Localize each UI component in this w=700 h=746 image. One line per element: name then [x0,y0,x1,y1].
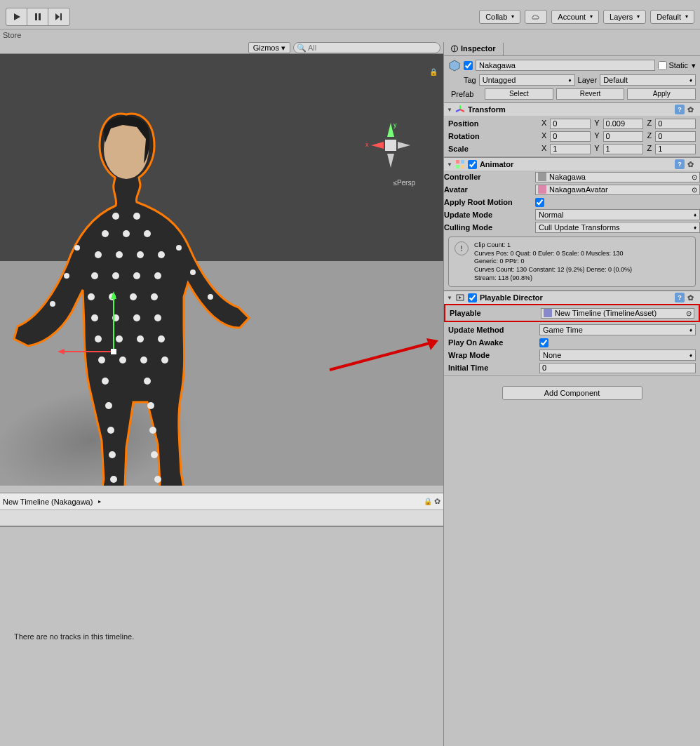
playable-director-icon [455,293,465,302]
timeline-empty-message: There are no tracks in this timeline. [0,527,443,746]
svg-point-26 [154,314,161,321]
svg-marker-54 [58,349,65,354]
scl-z-input[interactable] [655,144,696,154]
info-icon: ! [455,241,469,255]
pause-button[interactable] [27,8,48,25]
svg-marker-74 [459,296,462,299]
cloud-button[interactable] [525,10,547,24]
scale-label: Scale [448,145,539,153]
active-checkbox[interactable] [464,61,473,70]
gear-icon[interactable] [687,105,697,114]
pos-z-input[interactable] [655,119,696,129]
rot-x-input[interactable] [550,131,591,142]
step-button[interactable] [48,8,69,25]
prefab-revert-button[interactable]: Revert [556,88,625,100]
culling-mode-dropdown[interactable]: Cull Update Transforms♦ [535,222,700,233]
scene-view[interactable]: y x 🔒 ≤Persp [0,54,443,486]
static-checkbox[interactable] [658,61,667,70]
gear-icon[interactable] [434,497,440,506]
apply-root-label: Apply Root Motion [444,198,535,206]
rot-z-input[interactable] [655,131,696,142]
pos-x-input[interactable] [550,119,591,129]
layers-button[interactable]: Layers▾ [603,10,646,24]
animator-enabled-checkbox[interactable] [468,160,477,169]
svg-point-46 [64,273,69,279]
playable-highlight: PlayableNew Timeline (TimelineAsset)⊙ [444,304,700,322]
store-tab[interactable]: Store [0,29,700,42]
collab-button[interactable]: Collab▾ [479,10,520,24]
tag-dropdown[interactable]: Untagged♦ [479,74,575,86]
annotation-arrow [330,335,442,378]
svg-line-67 [460,109,464,112]
foldout-icon[interactable]: ▼ [447,161,452,168]
tag-label: Tag [464,76,476,84]
layout-button[interactable]: Default▾ [650,10,694,24]
pos-y-input[interactable] [603,119,644,129]
layout-label: Default [657,13,681,21]
object-name-input[interactable] [476,60,655,71]
svg-point-8 [102,230,109,237]
play-button[interactable] [6,8,27,25]
breadcrumb-arrow-icon: ▸ [98,498,101,505]
rot-y-input[interactable] [603,131,644,142]
update-mode-dropdown[interactable]: Normal♦ [535,209,700,220]
play-on-awake-checkbox[interactable] [539,338,548,347]
layer-dropdown[interactable]: Default♦ [600,74,696,86]
playable-director-component: ▼Playable Director PlayableNew Timeline … [444,291,700,376]
playable-enabled-checkbox[interactable] [468,293,477,302]
svg-point-11 [95,251,102,258]
foldout-icon[interactable]: ▼ [447,295,452,301]
help-icon[interactable] [675,105,685,114]
svg-point-13 [137,251,144,258]
svg-point-22 [151,293,158,300]
svg-text:x: x [365,141,369,148]
svg-marker-52 [111,291,116,299]
scl-x-input[interactable] [550,144,591,154]
help-icon[interactable] [675,293,685,302]
initial-time-input[interactable] [539,363,696,373]
animator-icon [455,159,465,169]
svg-rect-70 [461,160,464,164]
scl-y-input[interactable] [603,144,644,154]
gear-icon[interactable] [687,160,697,169]
playable-field[interactable]: New Timeline (TimelineAsset)⊙ [541,308,694,319]
inspector-tab[interactable]: Inspector [444,43,504,55]
animator-info-box: ! Clip Count: 1 Curves Pos: 0 Quat: 0 Eu… [448,237,696,287]
svg-point-30 [158,335,165,342]
orientation-gizmo[interactable]: y x [363,117,419,173]
svg-line-63 [330,342,435,370]
static-label: Static [668,61,688,69]
svg-point-48 [176,245,182,251]
svg-point-6 [112,213,119,220]
foldout-icon[interactable]: ▼ [447,107,452,113]
add-component-button[interactable]: Add Component [502,386,642,400]
scene-toolbar: Gizmos ▾ 🔍All [0,42,443,54]
search-input[interactable]: 🔍All [293,42,440,53]
svg-point-38 [147,402,154,409]
svg-point-47 [50,301,55,307]
avatar-field[interactable]: NakagawaAvatar⊙ [535,185,700,195]
move-gizmo[interactable] [58,288,142,373]
lock-icon[interactable]: 🔒 [429,68,438,76]
update-method-dropdown[interactable]: Game Time♦ [539,324,696,335]
prefab-select-button[interactable]: Select [485,88,553,100]
svg-point-40 [149,427,156,434]
gear-icon[interactable] [687,293,697,302]
controller-field[interactable]: Nakagawa⊙ [535,172,700,182]
apply-root-checkbox[interactable] [535,198,544,207]
layers-label: Layers [610,13,633,21]
prefab-apply-button[interactable]: Apply [627,88,696,100]
lock-icon[interactable]: 🔒 [424,498,432,505]
help-icon[interactable] [675,159,685,169]
gizmos-toggle[interactable]: Gizmos ▾ [248,42,290,53]
account-button[interactable]: Account▾ [551,10,599,24]
persp-label: ≤Persp [393,179,415,187]
svg-rect-72 [461,165,464,168]
wrap-mode-dropdown[interactable]: None♦ [539,349,696,361]
svg-point-17 [133,272,140,279]
position-label: Position [448,119,539,128]
account-label: Account [558,13,586,21]
svg-point-10 [144,230,151,237]
play-on-awake-label: Play On Awake [448,338,539,347]
play-controls [6,8,70,26]
